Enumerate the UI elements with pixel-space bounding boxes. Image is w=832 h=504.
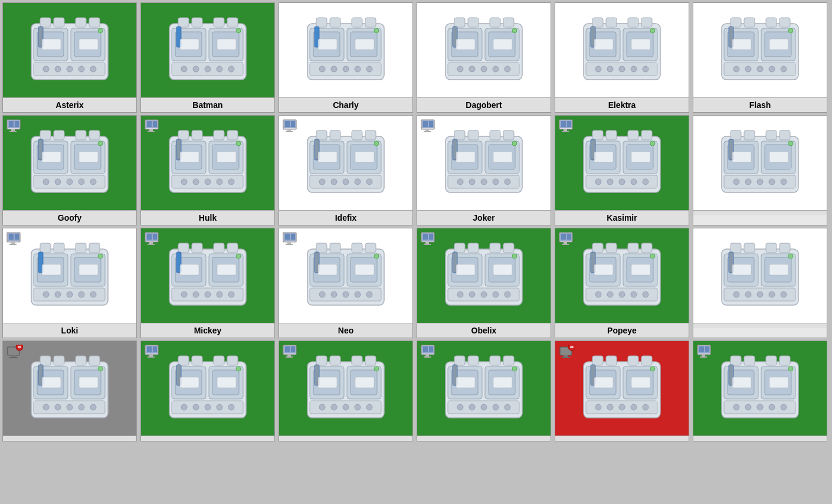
svg-rect-363 — [562, 244, 569, 245]
svg-point-376 — [607, 292, 613, 297]
device-card[interactable]: Idefix — [279, 115, 413, 225]
device-card[interactable]: Mickey — [140, 228, 275, 338]
svg-rect-25 — [192, 18, 202, 27]
svg-rect-511 — [592, 356, 603, 365]
svg-rect-522 — [594, 377, 613, 388]
svg-rect-187 — [355, 152, 374, 162]
svg-point-543 — [745, 404, 751, 410]
svg-rect-186 — [318, 152, 337, 162]
svg-point-471 — [355, 404, 361, 410]
svg-rect-54 — [318, 39, 337, 50]
device-card[interactable] — [417, 341, 551, 441]
svg-point-37 — [236, 28, 241, 33]
svg-point-352 — [481, 292, 487, 297]
device-card[interactable]: Joker — [417, 115, 551, 225]
svg-rect-142 — [153, 121, 157, 127]
svg-rect-271 — [76, 243, 86, 253]
device-image-area — [3, 116, 136, 210]
svg-rect-191 — [423, 121, 428, 127]
svg-point-354 — [505, 292, 510, 297]
device-image-area — [693, 341, 827, 436]
svg-rect-141 — [147, 121, 152, 127]
svg-rect-404 — [9, 357, 18, 358]
svg-rect-93 — [631, 39, 650, 50]
device-label: Hulk — [141, 210, 274, 225]
device-card[interactable] — [693, 228, 827, 338]
svg-point-131 — [43, 179, 49, 185]
device-card[interactable] — [2, 341, 137, 441]
svg-point-282 — [98, 254, 103, 258]
svg-point-277 — [67, 292, 73, 297]
device-card[interactable] — [140, 341, 275, 441]
device-card[interactable]: Dagobert — [417, 2, 551, 113]
device-card[interactable]: Kasimir — [555, 115, 689, 225]
device-image-area — [141, 3, 274, 97]
svg-rect-285 — [147, 234, 152, 240]
svg-point-257 — [788, 141, 793, 146]
svg-rect-36 — [217, 39, 236, 50]
svg-rect-313 — [286, 244, 293, 245]
device-card[interactable]: Obelix — [417, 228, 551, 338]
svg-rect-150 — [178, 130, 189, 140]
device-label — [279, 436, 412, 441]
svg-point-251 — [745, 179, 751, 185]
svg-rect-153 — [227, 130, 238, 140]
svg-point-276 — [55, 292, 61, 297]
device-image-area — [141, 228, 274, 323]
svg-rect-489 — [490, 356, 500, 365]
device-image-area — [3, 228, 136, 323]
svg-rect-296 — [214, 243, 224, 253]
device-card[interactable]: Neo — [279, 228, 413, 338]
device-card[interactable]: Goofy — [2, 115, 137, 225]
svg-rect-369 — [592, 243, 603, 253]
svg-point-31 — [193, 66, 199, 72]
svg-point-375 — [595, 292, 601, 297]
svg-point-425 — [98, 366, 103, 371]
device-card[interactable] — [693, 341, 827, 441]
svg-point-328 — [355, 292, 361, 297]
device-label — [693, 436, 827, 441]
device-card[interactable] — [693, 115, 827, 225]
svg-rect-431 — [148, 356, 155, 358]
device-illustration — [440, 350, 528, 427]
device-card[interactable]: Charly — [279, 2, 413, 113]
svg-point-278 — [78, 292, 84, 297]
svg-point-210 — [505, 179, 510, 185]
svg-point-30 — [181, 66, 187, 72]
device-card[interactable]: Loki — [2, 228, 137, 338]
device-card[interactable]: Elektra — [555, 2, 689, 113]
svg-rect-502 — [564, 355, 568, 357]
device-label — [555, 436, 689, 441]
device-card[interactable]: Hulk — [140, 115, 275, 225]
svg-point-254 — [781, 179, 787, 185]
device-card[interactable]: Asterix — [2, 2, 137, 113]
device-card[interactable]: Batman — [140, 2, 275, 113]
device-card[interactable]: Flash — [693, 2, 827, 113]
svg-point-401 — [788, 254, 793, 258]
device-card[interactable]: Popeye — [555, 228, 689, 338]
device-card[interactable] — [555, 341, 689, 441]
monitor-icon — [145, 345, 161, 359]
monitor-icon — [145, 119, 161, 133]
svg-rect-538 — [766, 356, 777, 365]
svg-point-302 — [205, 292, 211, 297]
svg-rect-225 — [592, 130, 603, 140]
svg-rect-46 — [365, 18, 376, 27]
device-label — [3, 436, 136, 441]
svg-rect-505 — [570, 346, 574, 348]
device-card[interactable] — [279, 341, 413, 441]
svg-rect-527 — [699, 346, 704, 352]
svg-rect-237 — [631, 152, 650, 162]
svg-rect-412 — [40, 356, 51, 365]
device-image-area — [555, 341, 689, 436]
svg-point-327 — [343, 292, 349, 297]
device-image-area — [279, 3, 412, 97]
svg-rect-144 — [148, 131, 155, 132]
svg-rect-175 — [316, 130, 327, 140]
svg-point-32 — [205, 66, 211, 72]
svg-rect-424 — [79, 377, 98, 388]
svg-rect-297 — [227, 243, 238, 253]
svg-point-395 — [745, 292, 751, 297]
svg-rect-512 — [606, 356, 617, 365]
svg-rect-474 — [355, 377, 374, 388]
